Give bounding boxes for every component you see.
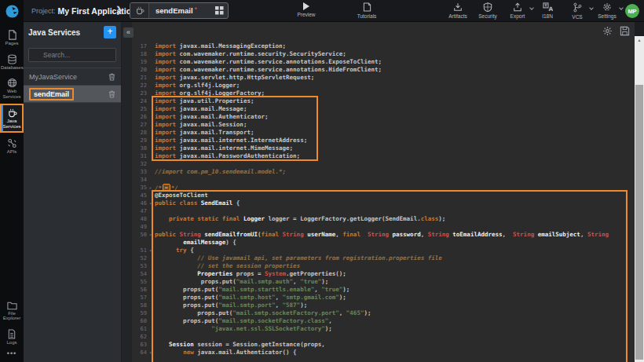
- fold-toggle-icon[interactable]: ▸: [149, 184, 155, 192]
- tab-name-segment: sendEmail *: [149, 6, 210, 15]
- fold-gutter: [149, 42, 155, 50]
- code-line: 24import java.util.Properties;: [132, 97, 635, 105]
- sidebar-item-java-services[interactable]: Java Services: [0, 104, 24, 133]
- fold-toggle-icon[interactable]: ▾: [149, 247, 155, 254]
- code-text: private static final Logger logger = Log…: [155, 215, 635, 223]
- fold-gutter: [149, 168, 155, 176]
- trash-icon[interactable]: [108, 90, 115, 98]
- code-line: 62: [132, 333, 635, 341]
- code-line: 60 props.put("mail.smtp.socketFactory.cl…: [132, 317, 635, 325]
- code-line: 61 "javax.net.ssl.SSLSocketFactory");: [132, 325, 635, 333]
- project-label: Project:: [31, 7, 56, 15]
- fold-gutter: [149, 207, 155, 215]
- save-icon[interactable]: [620, 26, 630, 36]
- code-text: props.put("mail.smtp.starttls.enable", "…: [155, 286, 635, 294]
- collapse-panel-button[interactable]: «: [123, 27, 134, 38]
- fold-toggle-icon[interactable]: ▾: [149, 199, 155, 207]
- line-number: 48: [132, 215, 149, 223]
- code-line: 59 props.put("mail.smtp.socketFactory.po…: [132, 309, 635, 317]
- code-text: props.put("mail.smtp.socketFactory.port"…: [155, 309, 635, 317]
- sidebar-item-label: Pages: [1, 41, 23, 46]
- fold-toggle-icon[interactable]: ▾: [149, 349, 155, 357]
- code-line: 56 props.put("mail.smtp.starttls.enable"…: [132, 286, 635, 294]
- scrollbar-thumb[interactable]: [635, 85, 643, 360]
- topbar-vcs-button[interactable]: VCS: [567, 2, 587, 20]
- code-text: import org.slf4j.LoggerFactory;: [155, 90, 635, 97]
- sidebar-item-pages[interactable]: Pages: [0, 27, 24, 49]
- line-number: 47: [132, 207, 149, 215]
- topbar-security-button[interactable]: Security: [478, 2, 498, 20]
- sidebar-item-file-explorer[interactable]: File Explorer: [0, 298, 24, 324]
- search-input[interactable]: [28, 48, 116, 62]
- code-text: @ExposeToClient: [155, 192, 635, 199]
- line-number: 26: [132, 113, 149, 121]
- code-text: import org.slf4j.Logger;: [155, 82, 635, 90]
- code-line: 33//import com.pm_10.sendemail.model.*;: [132, 168, 635, 176]
- fold-gutter: [149, 66, 155, 74]
- line-number: 34: [132, 176, 149, 184]
- code-text: public class SendEmail {: [155, 199, 635, 207]
- user-avatar[interactable]: MP: [625, 4, 639, 18]
- topbar-export-button[interactable]: Export: [507, 2, 528, 20]
- code-editor[interactable]: 17import javax.mail.MessagingException;1…: [132, 39, 635, 362]
- sidebar-item-databases[interactable]: Databases: [0, 51, 24, 73]
- editor-scrollbar[interactable]: ▲: [635, 36, 644, 362]
- code-line: 17import javax.mail.MessagingException;: [132, 42, 635, 50]
- service-item-sendemail[interactable]: sendEmail: [24, 86, 121, 103]
- fold-toggle-icon[interactable]: ▾: [149, 231, 155, 239]
- active-indicator-bar: [2, 105, 3, 131]
- code-text: // Use javamail api, set parameters from…: [155, 254, 635, 262]
- preview-button[interactable]: Preview: [289, 2, 324, 17]
- fold-gutter: [149, 152, 155, 160]
- code-text: props.put("mail.smtp.socketFactory.class…: [155, 317, 635, 325]
- sidebar-item-web-services[interactable]: Web Services: [0, 75, 24, 101]
- breadcrumb-chevron-icon[interactable]: ❯: [115, 5, 123, 15]
- tutorials-button[interactable]: Tutorials: [349, 2, 384, 19]
- code-text: import javax.mail.Transport;: [155, 129, 635, 137]
- fold-gutter: [149, 129, 155, 137]
- tutorials-doc-icon: [363, 2, 371, 12]
- code-text: import com.wavemaker.runtime.service.ann…: [155, 66, 635, 74]
- service-list: MyJavaServicesendEmail: [24, 68, 121, 103]
- search-row: [24, 42, 121, 68]
- sidebar-item-apis[interactable]: APIs: [0, 135, 24, 157]
- service-name: sendEmail: [29, 88, 74, 101]
- editor-settings-gear-icon[interactable]: [602, 26, 613, 36]
- sidebar-more-button[interactable]: •••: [7, 349, 16, 357]
- scrollbar-up-arrow[interactable]: ▲: [635, 36, 644, 44]
- code-text: import javax.mail.Session;: [155, 121, 635, 129]
- code-text: [155, 333, 635, 341]
- tab-sendemail[interactable]: sendEmail *: [130, 2, 229, 19]
- tab-grid-button[interactable]: [210, 6, 228, 15]
- fold-gutter: [149, 317, 155, 325]
- topbar-artifacts-button[interactable]: Artifacts: [448, 2, 468, 20]
- line-number: 52: [132, 254, 149, 262]
- code-text: import javax.mail.internet.MimeMessage;: [155, 144, 635, 152]
- fold-gutter: [149, 333, 155, 341]
- fold-gutter: [149, 137, 155, 144]
- line-number: 30: [132, 144, 149, 152]
- sidebar-item-logs[interactable]: Logs: [0, 326, 24, 348]
- line-number: 60: [132, 317, 149, 325]
- sidebar-item-label: Logs: [1, 340, 23, 346]
- fold-gutter: [149, 105, 155, 113]
- code-line: 35▸/*⋯*/: [132, 184, 635, 192]
- folded-region-pill[interactable]: ⋯: [163, 184, 170, 191]
- line-number: 28: [132, 129, 149, 137]
- fold-gutter: [149, 74, 155, 82]
- code-text: public String sendEmailfromUI(final Stri…: [155, 231, 635, 239]
- fold-gutter: [149, 270, 155, 278]
- svg-text:A: A: [548, 5, 553, 12]
- line-number: 17: [132, 42, 149, 50]
- topbar-i18n-button[interactable]: AI18N: [537, 2, 558, 20]
- code-text: [155, 176, 635, 184]
- fold-gutter: [149, 50, 155, 58]
- trash-icon[interactable]: [108, 73, 115, 81]
- service-item-myjavaservice[interactable]: MyJavaService: [24, 68, 121, 86]
- app-logo[interactable]: [0, 0, 24, 22]
- topbar-right-actions: ArtifactsSecurityExportAI18NVCSSettings: [448, 2, 617, 20]
- code-line: emailMessage) {: [132, 239, 635, 247]
- fold-gutter: [149, 286, 155, 294]
- add-service-button[interactable]: +: [104, 26, 116, 38]
- topbar-settings-button[interactable]: Settings: [597, 2, 617, 20]
